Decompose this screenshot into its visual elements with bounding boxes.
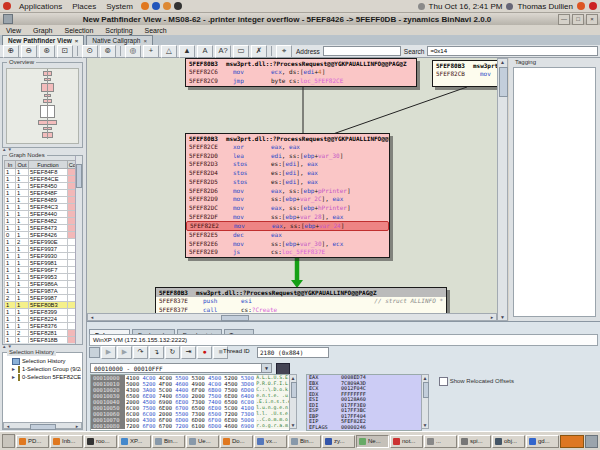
graph-node-row[interactable]: 115FEF8399 <box>5 309 76 316</box>
instruction-row[interactable]: 5FEF82E2moveax, ss:[ebp+var_24] <box>186 221 389 231</box>
selection-history-root[interactable]: Selection History <box>5 357 81 365</box>
taskbar-button[interactable]: zy... <box>322 435 355 448</box>
debug-continue-icon[interactable]: ▶ <box>101 346 116 359</box>
graph-node-row[interactable]: 125FEF8281 <box>5 330 76 337</box>
zoom-out-icon[interactable]: ⊖ <box>21 45 37 58</box>
clock[interactable]: Thu Oct 16, 2:41 PM <box>429 2 503 11</box>
pan-mode-icon[interactable]: + <box>143 45 159 58</box>
taskbar-button[interactable]: spi... <box>458 435 491 448</box>
graph-overview-minimap[interactable] <box>6 68 79 144</box>
canvas-vscrollbar[interactable]: ▲ ▼ <box>497 58 508 321</box>
taskbar-button[interactable]: obj... <box>492 435 525 448</box>
tab-new-pathfinder-view[interactable]: New Pathfinder View× <box>2 35 84 45</box>
graph-node-row[interactable]: 115FEF986A <box>5 281 76 288</box>
graph-node-row[interactable]: 115FEF848F <box>5 190 76 197</box>
graph-node-row[interactable]: 115FEF96F7 <box>5 267 76 274</box>
graph-node-row[interactable]: 115FEF84CE <box>5 176 76 183</box>
selection-history-item[interactable]: ►0-Selection 5FEF82CE (0 <box>5 373 81 381</box>
firefox-icon[interactable] <box>141 2 149 10</box>
graph-node-row[interactable]: 115FEF8224 <box>5 316 76 323</box>
graph-node-row[interactable]: 115FEF987A <box>5 288 76 295</box>
graph-node-row[interactable]: 115FEF80B3 <box>5 302 76 309</box>
block-5FEF82CE[interactable]: 5FEF80B3msw3prt.dll::?ProcessRequest@@YG… <box>185 133 390 258</box>
instruction-row[interactable]: 5FEF837Epushesi// struct ALLINFO * <box>156 297 446 306</box>
graph-node-row[interactable]: 115FEF84F8 <box>5 169 76 176</box>
graph-node-row[interactable]: 215FEF9987 <box>5 295 76 302</box>
registers-vscrollbar[interactable]: ▲ ▼ <box>421 374 429 429</box>
expand-icon[interactable]: ► <box>11 365 16 373</box>
debug-loop-icon[interactable]: ↻ <box>165 346 180 359</box>
taskbar-button[interactable]: Bin... <box>152 435 185 448</box>
debug-target-field[interactable]: WinXP VM (172.16.155.132:2222) <box>89 334 598 346</box>
column-header-color[interactable]: Color <box>68 161 76 169</box>
column-header-in[interactable]: In <box>5 161 16 169</box>
instruction-row[interactable]: 5FEF82D6moveax, ss:[ebp+pPrinter] <box>186 187 389 196</box>
maximize-button[interactable]: □ <box>572 14 584 25</box>
selection-history-item[interactable]: ►1-Selection Group (9/2/0/2 <box>5 365 81 373</box>
taskbar-button[interactable]: Do... <box>220 435 253 448</box>
instruction-row[interactable]: 5FEF837Fcallcs:?Create <box>156 306 446 313</box>
graph-node-row[interactable]: 115FEF818B <box>5 337 76 344</box>
graph-canvas[interactable]: 5FEF80B3msw3prt.dll::?ProcessRequest@@YG… <box>87 58 497 313</box>
close-button[interactable]: × <box>586 14 598 25</box>
distro-menu-icon[interactable] <box>3 2 11 10</box>
taskbar-button[interactable]: Inb... <box>50 435 83 448</box>
graph-node-row[interactable]: 115FEF8376 <box>5 323 76 330</box>
taskbar-button[interactable]: roo... <box>84 435 117 448</box>
tagging-list[interactable] <box>513 67 596 317</box>
split-view-icon[interactable] <box>89 347 100 358</box>
select-mode-icon[interactable]: ▭ <box>233 45 249 58</box>
graph-node-row[interactable]: 015FEF8426 <box>5 232 76 239</box>
selection-history-hscrollbar[interactable]: ◂ ▸ <box>3 422 82 429</box>
memory-hexdump[interactable]: 0001000041004C004C0055005300450052005300… <box>90 374 290 431</box>
memory-vscrollbar[interactable]: ▲ ▼ <box>289 374 297 429</box>
magnify-icon[interactable]: ⊙ <box>82 45 98 58</box>
menu-search[interactable]: Search <box>139 27 173 34</box>
show-relocated-checkbox[interactable] <box>439 377 448 386</box>
graph-node-row[interactable]: 115FEF8473 <box>5 225 76 232</box>
instruction-row[interactable]: 5FEF82DCmoveax, ss:[ebp+hPrinter] <box>186 204 389 213</box>
graph-node-row[interactable]: 115FEF9930 <box>5 253 76 260</box>
pin-mode-icon[interactable]: ⌖ <box>276 45 292 58</box>
menu-view[interactable]: View <box>0 27 27 34</box>
taskbar-button[interactable]: ... <box>424 435 457 448</box>
instruction-row[interactable]: 5FEF82C9jmpbyte cs:loc_5FEF82CE <box>186 77 416 86</box>
update-notifier-icon[interactable] <box>577 2 585 10</box>
tab-close-icon[interactable]: × <box>75 38 79 44</box>
debug-step-end-icon[interactable]: ⇥ <box>181 346 196 359</box>
menu-selection[interactable]: Selection <box>59 27 100 34</box>
instruction-row[interactable]: 5FEF82E5deceax <box>186 231 389 240</box>
instruction-row[interactable]: 5FEF82E6movss:[ebp+var_30], ecx <box>186 240 389 249</box>
magnify-mode-icon[interactable]: ⊚ <box>100 45 116 58</box>
tab-close-icon[interactable]: × <box>143 38 147 44</box>
graph-node-row[interactable]: 115FEF8489 <box>5 197 76 204</box>
expand-icon[interactable]: ► <box>11 373 16 381</box>
instruction-row[interactable]: 5FEF82D9movss:[ebp+var_2C], eax <box>186 195 389 204</box>
debug-detach-icon[interactable]: ▶ <box>117 346 132 359</box>
instruction-row[interactable]: 5FEF82E9jscs:loc_5FEF837E <box>186 248 389 257</box>
layout-circular-icon[interactable]: ▲ <box>179 45 195 58</box>
graph-node-row[interactable]: 115FEF8450 <box>5 183 76 190</box>
registers-view[interactable]: EAX0008ED74EBX7C809A3DECX0012F04CEDXFFFF… <box>306 374 422 431</box>
combo-dropdown-icon[interactable]: ▼ <box>261 364 271 372</box>
menu-graph[interactable]: Graph <box>27 27 58 34</box>
memory-range-combo[interactable]: 00010000 - 00010FFF ▼ <box>90 363 272 373</box>
canvas-hscrollbar[interactable]: ◂ ▸ <box>87 313 497 321</box>
instruction-row[interactable]: 5FEF82D4stoses:[edi], eax <box>186 169 389 178</box>
minimize-button[interactable]: — <box>558 14 570 25</box>
instruction-row[interactable]: 5FEF82D0leaedi, ss:[ebp+var_30] <box>186 152 389 161</box>
zoom-in-icon[interactable]: ⊕ <box>3 45 19 58</box>
volume-icon[interactable] <box>418 3 425 10</box>
column-header-out[interactable]: Out <box>16 161 29 169</box>
taskbar-button[interactable]: not... <box>390 435 423 448</box>
block-5FEF82C6[interactable]: 5FEF80B3msw3prt.dll::?ProcessRequest@@YG… <box>185 58 417 87</box>
instruction-row[interactable]: 5FEF82CBmov <box>433 70 497 79</box>
block-5FEF837E[interactable]: 5FEF80B3msw3prt.dll::?ProcessRequest@@YG… <box>155 287 447 313</box>
debug-record-icon[interactable]: ● <box>197 346 212 359</box>
center-node-icon[interactable]: ◎ <box>125 45 141 58</box>
graph-nodes-scrollbar[interactable] <box>75 156 82 344</box>
debug-step-over-icon[interactable]: ↷ <box>133 346 148 359</box>
graph-node-row[interactable]: 125FEF990E <box>5 239 76 246</box>
trash-icon[interactable] <box>585 435 598 448</box>
proximity-up-icon[interactable]: A <box>197 45 213 58</box>
